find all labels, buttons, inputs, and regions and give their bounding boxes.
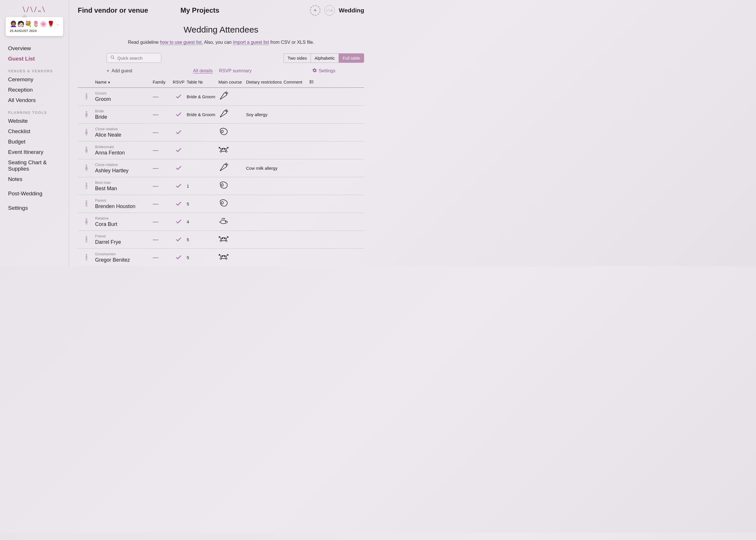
guest-row[interactable]: Best manBest Man—1	[78, 177, 364, 195]
sidebar: \/\/⋈\ 👩🏽‍🦱🧑🏻💐🌷🌸🌹 ⌄ 25 AUGUST 2024 Overv…	[0, 0, 69, 266]
nav-ceremony[interactable]: Ceremony	[8, 74, 61, 85]
guide-text: Read guideline how to use guest list. Al…	[78, 40, 364, 45]
guest-avatar	[78, 90, 95, 103]
col-name[interactable]: Name▼	[95, 79, 153, 85]
guest-row[interactable]: GroomGroom—Bride & Groom	[78, 88, 364, 106]
view-segmented: Two sides Alphabetic Full table	[284, 53, 364, 63]
nav-overview[interactable]: Overview	[8, 43, 61, 54]
guest-family: —	[153, 93, 171, 100]
guest-row[interactable]: GroomsmenGregor Benitez—5	[78, 249, 364, 266]
guest-role: Best man	[95, 180, 153, 185]
guest-name: Best Man	[95, 186, 153, 192]
guest-table: Bride & Groom	[187, 94, 218, 99]
nav-guest-list[interactable]: Guest List	[8, 54, 61, 64]
all-details-link[interactable]: All details	[193, 68, 213, 73]
guest-name: Groom	[95, 96, 153, 102]
add-guest-label: Add guest	[111, 68, 132, 73]
guest-role: Close relative	[95, 127, 153, 131]
detail-toggle: All details · RSVP summary	[193, 68, 252, 73]
nav-seating[interactable]: Seating Chart & Supplies	[8, 157, 61, 174]
nav-checklist[interactable]: Checklist	[8, 126, 61, 137]
guest-avatar	[78, 180, 95, 193]
project-name[interactable]: Wedding	[339, 7, 364, 14]
find-vendor-link[interactable]: Find vendor or venue	[78, 6, 148, 14]
guest-role: Friend	[95, 234, 153, 238]
guest-avatar	[78, 144, 95, 157]
nav-website[interactable]: Website	[8, 116, 61, 126]
add-guest-button[interactable]: + Add guest	[107, 68, 132, 73]
guest-role: Bridesmaid	[95, 145, 153, 149]
view-alphabetic[interactable]: Alphabetic	[311, 54, 339, 63]
guest-row[interactable]: Close relativeAshley Hartley—Cow milk al…	[78, 159, 364, 177]
nav-all-vendors[interactable]: All Vendors	[8, 95, 61, 105]
check-icon	[175, 254, 182, 260]
guest-name-cell: BrideBride	[95, 109, 153, 120]
chevron-down-icon[interactable]: ⌄	[56, 22, 59, 26]
project-card[interactable]: 👩🏽‍🦱🧑🏻💐🌷🌸🌹 ⌄ 25 AUGUST 2024	[6, 17, 63, 36]
rsvp-summary-link[interactable]: RSVP summary	[219, 68, 252, 73]
col-rsvp[interactable]: RSVP	[171, 79, 187, 85]
guest-row[interactable]: FriendDarrel Frye—5	[78, 231, 364, 249]
guest-row[interactable]: RelativeCora Burt—4	[78, 213, 364, 231]
page-title: Wedding Attendees	[78, 25, 364, 35]
guest-family: —	[153, 183, 171, 189]
table-settings-button[interactable]: Settings	[312, 68, 335, 74]
guide-mid: Also, you can	[203, 40, 233, 45]
nav-reception[interactable]: Reception	[8, 85, 61, 95]
search-input[interactable]	[117, 56, 158, 61]
guest-row[interactable]: ParentBrenden Houston—5	[78, 195, 364, 213]
how-to-link[interactable]: how to use guest list.	[160, 40, 203, 45]
col-dietary[interactable]: Dietary restrictions	[246, 79, 284, 85]
guest-rsvp	[171, 164, 187, 172]
crab-icon	[218, 234, 229, 244]
nav-budget[interactable]: Budget	[8, 137, 61, 147]
caret-up-icon	[22, 14, 27, 17]
column-settings-icon[interactable]	[310, 79, 318, 85]
import-link[interactable]: import a guest list	[233, 40, 269, 45]
guest-family: —	[153, 254, 171, 261]
app-logo[interactable]: \/\/⋈\	[0, 4, 69, 14]
guest-meal	[218, 216, 246, 228]
nav-settings[interactable]: Settings	[8, 203, 61, 213]
guest-meal	[218, 127, 246, 138]
guest-name-cell: FriendDarrel Frye	[95, 234, 153, 245]
search-box[interactable]	[107, 53, 161, 63]
guest-name-cell: GroomsmenGregor Benitez	[95, 252, 153, 263]
nav-post-wedding[interactable]: Post-Wedding	[8, 189, 61, 199]
guest-meal	[218, 180, 246, 192]
view-full-table[interactable]: Full table	[339, 54, 364, 63]
guest-row[interactable]: BridesmaidAnna Fenton—	[78, 141, 364, 159]
svg-point-5	[310, 80, 311, 81]
guest-role: Close relative	[95, 163, 153, 167]
guest-name: Anna Fenton	[95, 150, 153, 156]
nav-itinerary[interactable]: Event Itinerary	[8, 147, 61, 157]
guest-row[interactable]: BrideBride—Bride & GroomSoy allergy	[78, 106, 364, 124]
project-avatar[interactable]: \/\A	[324, 5, 335, 16]
add-project-button[interactable]: +	[310, 5, 320, 16]
nav-notes[interactable]: Notes	[8, 174, 61, 185]
check-icon	[175, 111, 182, 118]
col-table[interactable]: Table №	[187, 79, 218, 85]
sort-arrow-icon: ▼	[107, 81, 111, 84]
guest-meal	[218, 145, 246, 156]
guest-avatar	[78, 108, 95, 121]
guest-family: —	[153, 165, 171, 172]
check-icon	[175, 218, 182, 225]
my-projects-link[interactable]: My Projects	[181, 6, 219, 14]
guest-rsvp	[171, 218, 187, 226]
main: Find vendor or venue My Projects + \/\A …	[69, 0, 373, 266]
col-family[interactable]: Family	[153, 79, 171, 85]
guest-row[interactable]: Close relativeAlice Neale—	[78, 124, 364, 141]
carrot-icon	[218, 163, 229, 173]
col-main-course[interactable]: Main course	[218, 79, 246, 85]
guest-avatar	[78, 126, 95, 139]
col-comment[interactable]: Comment	[284, 79, 310, 85]
svg-point-7	[310, 83, 311, 83]
guest-avatar	[78, 251, 95, 264]
guest-table: 4	[187, 219, 218, 224]
guest-meal	[218, 163, 246, 174]
guest-family: —	[153, 201, 171, 207]
view-two-sides[interactable]: Two sides	[284, 54, 311, 63]
check-icon	[175, 129, 182, 135]
guest-family: —	[153, 236, 171, 243]
